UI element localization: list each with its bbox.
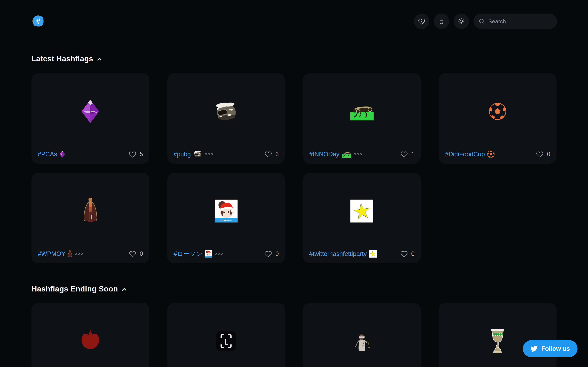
hashflag-card[interactable]: #pubg3 [167,73,285,164]
like-count: 5 [139,151,143,158]
heart-icon [400,150,408,158]
hashflag-logo-icon: # [33,16,43,26]
card-footer: #twitterhashfettiparty0 [303,249,421,263]
search-bar[interactable] [474,14,557,29]
card-footer: #INNODay1 [303,150,421,164]
hashflag-image [439,303,557,367]
card-like-group: 3 [265,150,279,158]
hashflag-card[interactable]: #PCAs5 [32,73,149,164]
card-view-icon [438,18,445,25]
card-tag-group: #pubg [173,150,213,158]
hashflag-card[interactable] [167,303,285,367]
heart-icon [129,150,136,158]
heart-icon [129,250,136,257]
hashflag-card[interactable]: #INNODay1 [303,73,421,164]
card-footer: #ローソンLAWSON0 [167,249,285,263]
orange-football-art [489,103,506,120]
card-view-button[interactable] [434,14,449,29]
chevron-up-icon [96,56,102,62]
hashflag-card[interactable]: LAWSON#ローソンLAWSON0 [167,173,285,263]
more-hashtags-indicator [354,153,362,155]
lady-justice-art [350,330,373,353]
rebel-insignia-art [80,329,101,353]
hashflag-card[interactable] [32,303,149,367]
trophy-goblet-art [489,329,506,354]
lawson-mascot-icon: LAWSON [205,250,212,258]
search-icon [478,18,485,25]
hashtag-link[interactable]: #ローソン [173,250,202,258]
header-actions [414,14,557,29]
hashflag-grid-latest: #PCAs5#pubg3#INNODay1#DidiFoodCup0#WPMOY… [32,73,556,263]
page: # [0,0,588,367]
card-tag-group: #twitterhashfettiparty [309,250,377,258]
card-tag-group: #INNODay [309,150,362,158]
hashflag-image [32,73,149,150]
section-title: Hashflags Ending Soon [32,284,118,293]
section-header-latest[interactable]: Latest Hashflags [32,54,556,64]
hashflag-card[interactable] [439,303,557,367]
theme-toggle-button[interactable] [454,14,469,29]
yellow-star-icon [369,250,377,258]
like-count: 0 [546,151,550,158]
caped-player-art [82,197,98,225]
card-tag-group: #DidiFoodCup [445,150,495,158]
app-logo[interactable]: # [33,16,44,26]
hashflag-image [303,303,421,367]
like-button[interactable] [129,150,136,158]
hashflag-card[interactable] [303,303,421,367]
card-footer: #WPMOY0 [32,249,149,263]
purple-gem-icon [59,150,65,158]
like-count: 3 [275,151,279,158]
like-count: 1 [411,151,415,158]
card-like-group: 0 [129,250,143,257]
pubg-helmet-art [193,150,202,158]
twitter-bird-icon [530,345,538,352]
like-button[interactable] [265,250,272,257]
card-footer: #PCAs5 [32,150,149,164]
card-tag-group: #WPMOY [38,250,83,258]
chevron-up-icon [121,287,127,292]
heart-icon [265,150,272,158]
favorites-button[interactable] [414,14,429,29]
purple-gem-art [59,150,65,158]
follow-us-label: Follow us [541,345,570,352]
card-tag-group: #ローソンLAWSON [173,250,223,258]
card-like-group: 1 [400,150,415,158]
card-like-group: 0 [400,250,415,257]
like-button[interactable] [400,150,408,158]
hashflag-card[interactable]: #DidiFoodCup0 [439,73,557,164]
like-button[interactable] [400,250,408,257]
hashtag-link[interactable]: #DidiFoodCup [445,151,485,158]
hashtag-link[interactable]: #INNODay [309,151,339,158]
search-input[interactable] [488,18,552,25]
hashtag-link[interactable]: #WPMOY [38,250,65,257]
robot-dog-art [342,150,351,158]
follow-us-button[interactable]: Follow us [523,340,578,357]
hashtag-link[interactable]: #PCAs [38,151,57,158]
caped-player-art [68,250,72,258]
lawson-mascot-art: LAWSON [215,200,238,223]
like-button[interactable] [129,250,136,257]
hashflag-image [32,173,149,249]
card-footer: #pubg3 [167,150,285,164]
more-hashtags-indicator [215,253,223,255]
card-tag-group: #PCAs [38,150,65,158]
caped-player-icon [68,250,72,258]
yellow-star-art [350,200,373,223]
hashflag-image [303,173,421,249]
hashflag-grid-ending-soon [32,303,556,367]
hashflag-card[interactable]: #WPMOY0 [32,173,149,263]
pubg-helmet-art [213,101,239,122]
hashtag-link[interactable]: #twitterhashfettiparty [309,250,367,257]
hashtag-link[interactable]: #pubg [173,151,191,158]
like-button[interactable] [265,150,272,158]
like-button[interactable] [536,150,543,158]
more-hashtags-indicator [75,253,83,255]
hashflag-card[interactable]: #twitterhashfettiparty0 [303,173,421,263]
section-header-ending-soon[interactable]: Hashflags Ending Soon [32,284,556,294]
svg-text:LAWSON: LAWSON [206,257,210,257]
sun-theme-icon [458,18,465,25]
heart-icon [536,150,543,158]
like-count: 0 [275,250,279,257]
heart-sparkle-icon [418,18,425,25]
